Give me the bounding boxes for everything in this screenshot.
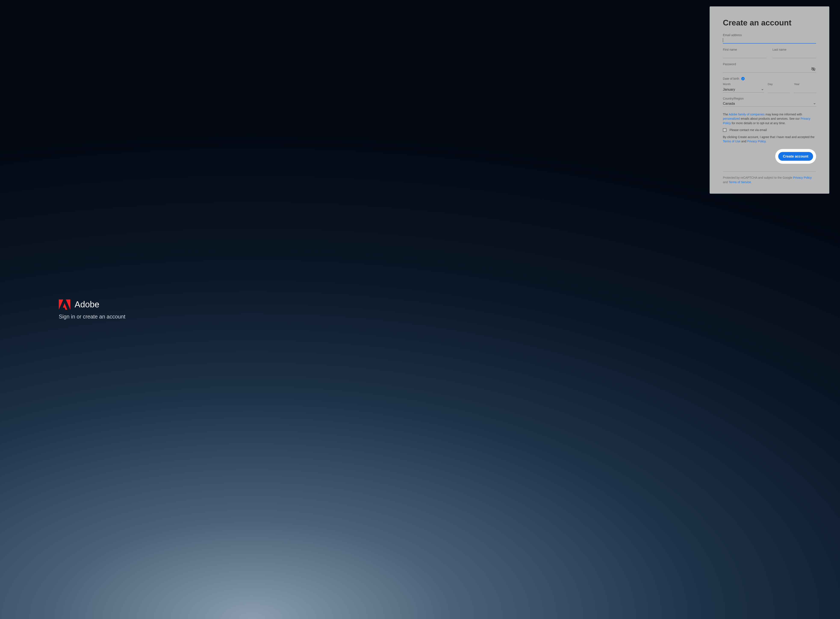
country-select[interactable]: Canada [723,101,816,107]
terms-of-use-link[interactable]: Terms of Use [723,139,740,143]
month-value: January [723,88,735,91]
contact-email-label: Please contact me via email [729,128,767,132]
button-highlight: Create account [775,149,816,164]
marketing-consent-text: The Adobe family of companies may keep m… [723,112,816,125]
terms-agreement-text: By clicking Create account, I agree that… [723,135,816,144]
last-name-field-group: Last name [773,48,816,58]
day-input[interactable] [768,87,790,93]
last-name-input[interactable] [773,52,816,58]
adobe-companies-link[interactable]: Adobe family of companies [729,113,765,116]
personalized-link[interactable]: personalized [723,117,740,120]
password-input[interactable] [723,66,816,72]
signup-card: Create an account Email address First na… [710,6,829,194]
email-field-group: Email address [723,33,816,43]
google-privacy-link[interactable]: Privacy Policy [793,176,812,179]
chevron-down-icon [761,88,764,91]
first-name-label: First name [723,48,767,51]
email-input[interactable] [724,37,816,43]
first-name-input[interactable] [723,52,767,58]
svg-marker-0 [59,299,63,310]
email-label: Email address [723,33,816,37]
brand-tagline: Sign in or create an account [59,314,437,320]
text-cursor [723,38,723,42]
country-value: Canada [723,102,735,106]
year-label: Year [794,82,816,86]
month-select[interactable]: January [723,87,764,93]
chevron-down-icon [813,102,816,105]
divider [723,171,816,172]
country-label: Country/Region [723,97,816,100]
year-input[interactable] [794,87,816,93]
info-icon[interactable]: i [741,77,745,80]
password-field-group: Password [723,63,816,73]
password-label: Password [723,63,816,66]
privacy-policy-link-2[interactable]: Privacy Policy [747,139,765,143]
create-account-button[interactable]: Create account [778,152,813,161]
svg-marker-2 [63,303,67,310]
contact-email-checkbox[interactable] [723,128,726,132]
day-label: Day [768,82,790,86]
first-name-field-group: First name [723,48,767,58]
visibility-off-icon[interactable] [811,67,816,72]
month-label: Month [723,82,764,86]
brand-panel: Adobe Sign in or create an account [0,0,437,619]
dob-label: Date of birth [723,77,739,80]
brand-name: Adobe [75,300,99,309]
recaptcha-notice: Protected by reCAPTCHA and subject to th… [723,175,816,184]
google-tos-link[interactable]: Terms of Service [729,180,751,184]
card-title: Create an account [723,18,816,27]
last-name-label: Last name [773,48,816,51]
adobe-logo-icon [59,299,70,310]
